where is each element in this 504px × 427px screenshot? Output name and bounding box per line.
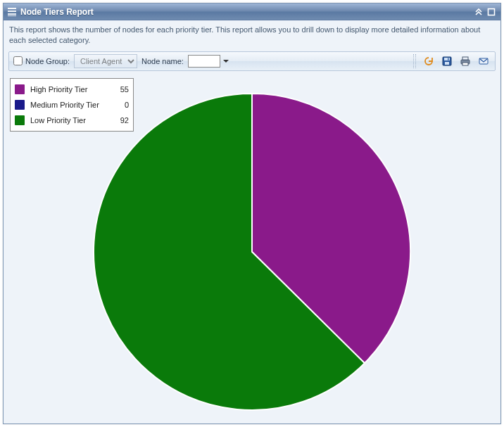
list-icon <box>8 8 16 16</box>
refresh-icon <box>423 56 434 67</box>
node-name-dropdown-button[interactable] <box>220 54 232 68</box>
pie-chart-wrap <box>8 87 496 417</box>
print-button[interactable] <box>458 54 472 68</box>
node-group-select[interactable]: Client Agent <box>74 54 137 68</box>
printer-icon <box>460 56 471 67</box>
node-group-label: Node Group: <box>25 57 70 65</box>
svg-rect-3 <box>445 62 449 65</box>
double-chevron-up-icon <box>474 8 483 16</box>
svg-rect-0 <box>489 8 495 15</box>
chart-area: High Priority Tier55Medium Priority Tier… <box>8 75 496 419</box>
node-name-label: Node name: <box>141 57 184 65</box>
maximize-icon <box>487 8 496 16</box>
report-panel: Node Tiers Report This report shows the … <box>3 3 501 424</box>
chevron-down-icon <box>222 58 229 65</box>
envelope-icon <box>478 56 489 67</box>
node-group-checkbox-input[interactable] <box>13 56 23 65</box>
save-button[interactable] <box>440 54 454 68</box>
node-name-input[interactable] <box>188 55 220 68</box>
panel-title: Node Tiers Report <box>20 7 471 17</box>
svg-rect-2 <box>444 58 450 60</box>
pie-chart[interactable] <box>87 87 417 417</box>
report-description: This report shows the number of nodes fo… <box>4 20 500 51</box>
svg-rect-4 <box>448 58 449 60</box>
collapse-button[interactable] <box>474 7 484 17</box>
title-bar: Node Tiers Report <box>4 4 500 20</box>
email-button[interactable] <box>477 54 491 68</box>
toolbar: Node Group: Client Agent Node name: <box>8 51 496 71</box>
node-group-checkbox[interactable]: Node Group: <box>13 56 70 65</box>
refresh-button[interactable] <box>422 54 436 68</box>
maximize-button[interactable] <box>486 7 496 17</box>
svg-rect-7 <box>462 63 468 65</box>
toolbar-separator <box>413 54 416 68</box>
svg-rect-6 <box>462 57 468 60</box>
floppy-disk-icon <box>441 56 453 67</box>
